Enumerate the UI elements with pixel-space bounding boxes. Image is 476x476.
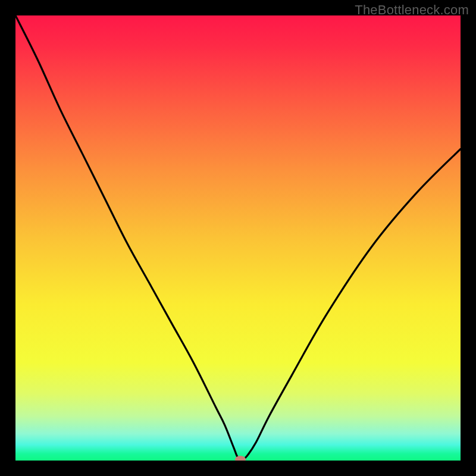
chart-svg (15, 15, 461, 461)
chart-frame: TheBottleneck.com (0, 0, 476, 476)
watermark-text: TheBottleneck.com (355, 2, 469, 18)
gradient-background (15, 15, 461, 461)
plot-area (15, 15, 461, 461)
optimal-point-marker (235, 456, 246, 461)
